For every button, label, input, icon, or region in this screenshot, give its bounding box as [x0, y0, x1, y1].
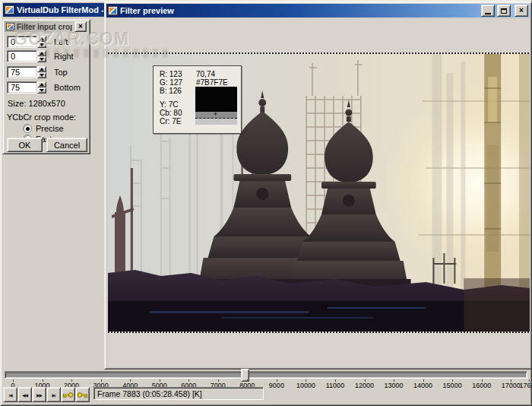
preview-titlebar[interactable]: Filter preview × [106, 4, 530, 17]
precise-radio-row[interactable]: Precise [23, 124, 64, 133]
status-field: Frame 7883 (0:05:28.458) [K] [93, 387, 264, 400]
crop-bottom-spin-up[interactable] [37, 81, 46, 87]
preview-window-icon [108, 6, 118, 15]
crop-dialog-titlebar[interactable]: Filter input cropping × [5, 21, 88, 32]
go-end-button[interactable]: ▶| [46, 387, 61, 402]
step-forward-button[interactable]: ▶▶ [32, 387, 46, 402]
crop-dialog-close-button[interactable]: × [74, 21, 87, 32]
crop-left-input[interactable]: 0 [7, 36, 37, 48]
pixel-hex: #7B7F7E [196, 78, 228, 87]
crop-right-row: 0 Right [7, 50, 74, 62]
crop-dialog-icon [6, 23, 14, 30]
frame-status-text: Frame 7883 (0:05:28.458) [K] [97, 389, 202, 398]
crop-top-spin-up[interactable] [37, 66, 46, 72]
color-info-popup: R: 123 G: 127 B: 126 Y: 7C Cb: 80 Cr: 7E… [153, 65, 242, 134]
virtualdub-icon [5, 5, 14, 14]
crop-top-label: Top [54, 68, 68, 77]
crop-margin-bottom [108, 333, 530, 366]
precise-radio[interactable] [23, 124, 32, 133]
pixel-cb-label: Cb: 80 [160, 109, 182, 117]
crop-margin-top [108, 19, 530, 52]
crop-left-spin-down[interactable] [37, 42, 46, 48]
crop-right-label: Right [54, 52, 74, 61]
crop-left-row: 0 Left [7, 36, 68, 48]
crop-left-label: Left [54, 37, 68, 46]
close-button[interactable]: × [515, 5, 528, 17]
cancel-button[interactable]: Cancel [46, 138, 87, 152]
crop-dialog-title: Filter input cropping [17, 23, 72, 31]
crop-right-input[interactable]: 0 [7, 50, 37, 62]
crop-dialog-close-icon: × [78, 23, 83, 30]
maximize-button[interactable] [497, 5, 511, 17]
position-trackbar: 0100020003000400050006000700080009000100… [0, 369, 532, 389]
crop-right-spin-up[interactable] [37, 50, 46, 56]
ok-button[interactable]: OK [7, 138, 43, 152]
key-icon [62, 391, 74, 399]
key-icon [77, 391, 88, 399]
transport-buttons: |◀◀◀▶▶▶| [3, 387, 90, 402]
crop-dialog: Filter input cropping × 0 Left 0 Right 7… [2, 19, 90, 154]
ycbcr-mode-label: YCbCr crop mode: [7, 113, 76, 122]
crop-bottom-row: 75 Bottom [7, 81, 81, 94]
crop-size-text: Size: 1280x570 [8, 99, 65, 108]
crop-top-input[interactable]: 75 [7, 66, 37, 78]
crop-bottom-label: Bottom [54, 83, 81, 92]
prev-keyframe-button[interactable] [61, 387, 75, 402]
pixel-zoom-swatch: + [195, 87, 237, 125]
precise-radio-label: Precise [36, 124, 64, 133]
crop-bottom-spin-down[interactable] [37, 87, 46, 94]
pixel-y-label: Y: 7C [160, 100, 178, 109]
crop-top-row: 75 Top [7, 66, 68, 78]
close-icon: × [519, 7, 524, 14]
pixel-cr-label: Cr: 7E [160, 117, 181, 125]
crop-top-spin-down[interactable] [37, 72, 46, 78]
minimize-icon [485, 13, 491, 14]
minimize-button[interactable] [481, 5, 495, 17]
crop-left-spin-up[interactable] [37, 36, 46, 42]
pixel-g-label: G: 127 [160, 78, 182, 87]
crosshair-icon: + [214, 110, 217, 118]
timeline-ticks: 0100020003000400050006000700080009000100… [0, 369, 532, 389]
filter-preview-window: Filter preview × [104, 2, 532, 370]
crop-bottom-input[interactable]: 75 [7, 81, 37, 94]
pixel-coords: 70,74 [196, 70, 215, 78]
pixel-b-label: B: 126 [160, 87, 182, 95]
screen: { "watermark": { "text": "GOZAR.COM" }, … [0, 0, 532, 406]
next-keyframe-button[interactable] [75, 387, 90, 402]
maximize-icon [501, 8, 507, 14]
bottom-bar: |◀◀◀▶▶▶| Frame 7883 (0:05:28.458) [K] [0, 387, 532, 404]
preview-window-title: Filter preview [120, 6, 479, 15]
crop-right-spin-down[interactable] [37, 56, 46, 62]
go-start-button[interactable]: |◀ [3, 387, 17, 402]
step-back-button[interactable]: ◀◀ [17, 387, 32, 402]
pixel-r-label: R: 123 [160, 70, 182, 78]
